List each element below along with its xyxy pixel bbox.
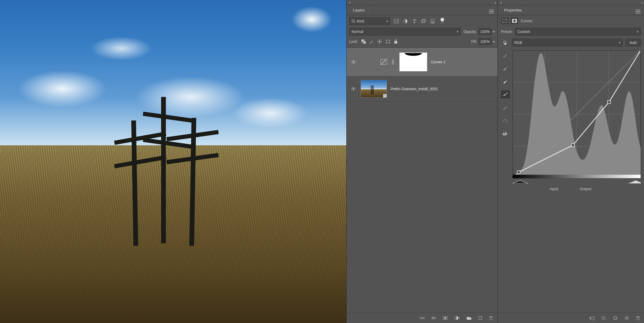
add-mask-icon[interactable] [443, 316, 448, 320]
lock-transparency-icon[interactable] [361, 39, 366, 44]
panel-menu-icon[interactable] [634, 8, 642, 15]
preset-value: Custom [517, 30, 530, 34]
mask-mode-icon[interactable] [511, 18, 518, 24]
layer-name[interactable]: Curves 1 [431, 60, 445, 64]
input-label: Input: [550, 187, 559, 191]
svg-point-24 [444, 317, 446, 319]
svg-rect-10 [364, 39, 366, 42]
eyedropper-black-icon[interactable] [501, 51, 510, 59]
channel-value: RGB [514, 41, 522, 45]
properties-panel-footer [498, 313, 644, 323]
svg-rect-40 [517, 171, 520, 174]
layer-filter-kind-select[interactable]: Kind ▾ [349, 17, 390, 25]
svg-marker-46 [628, 180, 641, 183]
filter-toggle-switch[interactable] [441, 19, 444, 24]
collapse-icon[interactable]: ‹‹ [495, 1, 495, 5]
chevron-down-icon: ▾ [457, 30, 459, 33]
lock-all-icon[interactable] [394, 39, 398, 44]
new-group-icon[interactable] [467, 316, 471, 320]
svg-marker-45 [512, 180, 528, 183]
eyedropper-white-icon[interactable] [501, 77, 510, 85]
channel-select[interactable]: RGB ▾ [512, 39, 623, 47]
filter-smartobject-icon[interactable] [431, 19, 435, 24]
svg-rect-41 [571, 144, 574, 147]
search-icon [352, 19, 355, 23]
output-label: Output: [580, 187, 592, 191]
visibility-eye-icon[interactable] [351, 87, 356, 91]
panel-menu-icon[interactable] [488, 8, 495, 15]
targeted-adjust-icon[interactable] [501, 40, 509, 45]
blend-mode-select[interactable]: Normal ▾ [349, 28, 461, 36]
tab-layers[interactable]: Layers [349, 5, 369, 15]
delete-adjustment-icon[interactable] [636, 316, 640, 320]
preset-select[interactable]: Custom ▾ [515, 28, 641, 36]
preset-label: Preset: [501, 30, 512, 34]
blend-mode-value: Normal [352, 30, 363, 34]
toggle-visibility-icon[interactable] [624, 316, 629, 320]
curves-graph[interactable] [512, 50, 641, 178]
document-canvas[interactable] [0, 0, 346, 323]
layers-panel-topbar: × ‹‹ [347, 0, 498, 5]
svg-rect-7 [432, 21, 433, 23]
svg-point-0 [352, 20, 354, 22]
opacity-label: Opacity: [464, 30, 477, 34]
layer-thumbnail[interactable] [361, 80, 387, 98]
layer-row-image[interactable]: Pedro Gramaxo_install_0031 [347, 76, 498, 102]
mask-link-icon[interactable] [392, 59, 396, 65]
filter-shape-icon[interactable] [421, 19, 426, 23]
filter-adjustment-icon[interactable] [403, 19, 408, 23]
svg-rect-30 [504, 94, 505, 95]
svg-point-14 [353, 61, 354, 63]
curves-adjustment-icon [501, 18, 508, 24]
curves-adjustment-thumb-icon [380, 58, 388, 66]
curve-pencil-tool-icon[interactable] [501, 103, 510, 111]
properties-panel-tabbar: Properties [498, 5, 644, 15]
svg-point-19 [353, 88, 354, 90]
properties-panel: × ‹‹ Properties Curves Preset: Custom ▾ [498, 0, 644, 323]
smooth-curve-icon[interactable] [501, 117, 510, 124]
chevron-down-icon[interactable]: ▾ [493, 40, 495, 44]
close-icon[interactable]: × [349, 1, 351, 4]
view-previous-state-icon[interactable] [601, 316, 606, 320]
fill-value[interactable]: 100% [478, 38, 492, 45]
chevron-down-icon: ▾ [637, 30, 639, 33]
new-layer-icon[interactable] [478, 316, 482, 320]
opacity-value[interactable]: 100% [478, 28, 492, 35]
svg-point-29 [513, 20, 516, 22]
filter-pixel-icon[interactable] [394, 19, 399, 23]
link-layers-icon[interactable] [420, 316, 425, 320]
filter-type-icon[interactable] [412, 19, 416, 23]
layer-mask-thumbnail[interactable] [399, 53, 427, 71]
reset-icon[interactable] [613, 316, 617, 320]
auto-button[interactable]: Auto [625, 39, 641, 47]
svg-rect-8 [361, 39, 364, 42]
levels-slider[interactable] [512, 180, 641, 184]
chevron-down-icon: ▾ [619, 41, 620, 44]
svg-line-1 [354, 22, 355, 23]
tab-properties[interactable]: Properties [500, 5, 526, 15]
svg-point-48 [626, 317, 628, 319]
collapse-icon[interactable]: ‹‹ [641, 1, 642, 5]
curve-point-tool-icon[interactable] [501, 90, 510, 98]
adjustment-type-label: Curves [521, 19, 532, 23]
layers-panel-footer: fx▾ ▾ [347, 313, 498, 323]
layers-panel-tabbar: Layers [347, 5, 498, 15]
visibility-eye-icon[interactable] [351, 60, 356, 64]
fill-label: Fill: [471, 39, 477, 44]
svg-rect-12 [386, 40, 389, 43]
layer-row-curves[interactable]: Curves 1 [347, 48, 498, 76]
delete-layer-icon[interactable] [489, 316, 493, 320]
lock-position-icon[interactable] [377, 39, 382, 44]
chevron-down-icon[interactable]: ▾ [493, 30, 495, 34]
layer-name[interactable]: Pedro Gramaxo_install_0031 [391, 87, 438, 91]
sky-region [0, 0, 346, 161]
lock-pixels-icon[interactable] [369, 39, 374, 44]
layer-effects-icon[interactable]: fx▾ [432, 316, 436, 320]
clip-to-layer-icon[interactable] [589, 316, 594, 320]
layer-list: Curves 1 Pedro Gramaxo_install_0031 [347, 48, 498, 313]
histogram-clip-icon[interactable] [501, 130, 510, 137]
close-icon[interactable]: × [500, 1, 502, 4]
eyedropper-gray-icon[interactable] [501, 64, 510, 72]
new-adjustment-layer-icon[interactable]: ▾ [454, 316, 460, 320]
lock-artboard-icon[interactable] [386, 39, 390, 44]
